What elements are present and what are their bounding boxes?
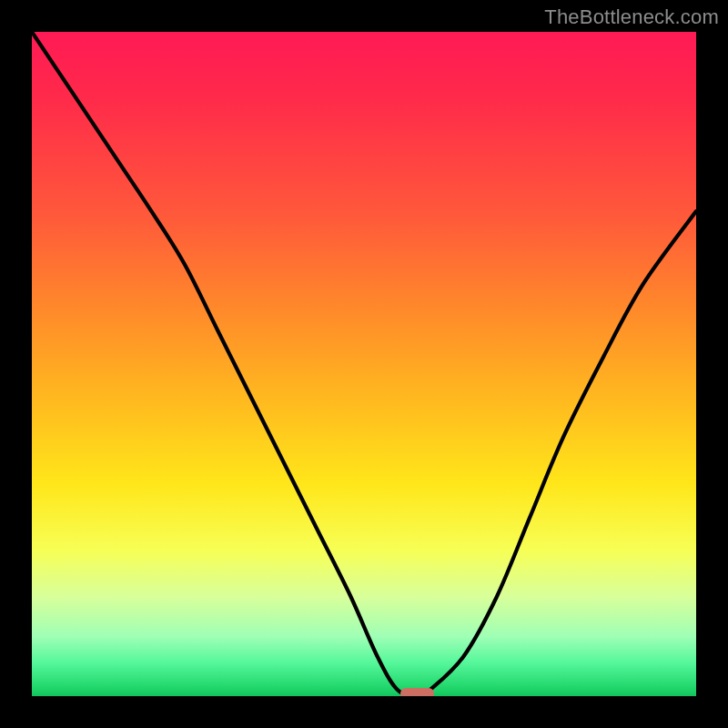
curve-path [32,32,696,696]
chart-frame: TheBottleneck.com [0,0,728,728]
bottleneck-curve [32,32,696,696]
watermark-text: TheBottleneck.com [544,5,719,29]
plot-area [32,32,696,696]
min-point-marker [400,688,434,696]
